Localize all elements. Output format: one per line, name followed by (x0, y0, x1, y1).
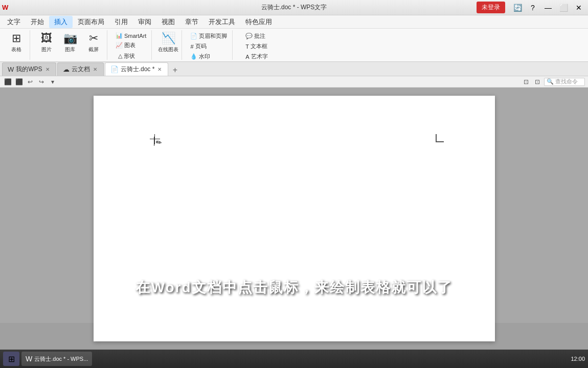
image-btns-row: 🖼 图片 📷 图库 ✂ 截屏 (35, 31, 105, 54)
qt-view-btn[interactable]: ⊡ (522, 77, 531, 86)
maximize-button[interactable]: ⬜ (556, 2, 571, 13)
image-label: 图片 (41, 46, 52, 53)
search-placeholder: 查找命令 (555, 78, 578, 85)
search-icon: 🔍 (547, 78, 554, 85)
watermark-label: 水印 (199, 53, 210, 60)
ribbon-btn-header-footer[interactable]: 📄 页眉和页脚 (187, 31, 230, 41)
tab-doc[interactable]: 📄 云骑士.doc * ✕ (105, 62, 169, 76)
tab-mywps-icon: W (8, 66, 14, 73)
online-chart-label: 在线图表 (158, 46, 178, 53)
shape-label: 形状 (124, 52, 135, 60)
minimize-button[interactable]: — (541, 2, 555, 13)
tab-cloudoc-icon: ☁ (63, 66, 70, 73)
comment-icon: 💬 (245, 33, 253, 39)
ribbon-group-text: 💬 批注 T 文本框 A 艺术字 首 首字下沉 🔢 插入数字 Ω (236, 30, 277, 60)
taskbar-app-wps[interactable]: W 云骑士.doc * - WPS... (21, 352, 92, 366)
ribbon-btn-image[interactable]: 🖼 图片 (35, 31, 58, 54)
ribbon-group-table: ⊞ 表格 (3, 30, 30, 60)
taskbar-app-wps-icon: W (26, 355, 32, 363)
ribbon-btn-textbox[interactable]: T 文本框 (242, 41, 270, 51)
menu-item-zhangjie[interactable]: 章节 (180, 16, 203, 28)
qt-btn-1[interactable]: ⬛ (14, 77, 24, 86)
ribbon-btn-comment[interactable]: 💬 批注 (242, 31, 270, 41)
qt-dropdown[interactable]: ▾ (48, 77, 57, 86)
ribbon-btn-smartart[interactable]: 📊 SmartArt (112, 31, 149, 40)
cursor-container: ✏ (150, 134, 160, 144)
ribbon-group-online-chart: 📉 在线图表 (155, 30, 182, 60)
chart-icon: 📈 (116, 42, 123, 49)
unlogin-button[interactable]: 未登录 (477, 2, 505, 13)
taskbar-app-wps-label: 云骑士.doc * - WPS... (34, 355, 88, 363)
tab-mywps-close[interactable]: ✕ (44, 67, 51, 72)
start-icon: ⊞ (8, 354, 15, 364)
header-footer-icon: 📄 (190, 33, 197, 39)
menu-item-shenyue[interactable]: 审阅 (133, 16, 156, 28)
ribbon-btn-watermark[interactable]: 💧 水印 (187, 52, 230, 61)
qt-btn-undo[interactable]: ↩ (26, 77, 35, 86)
tab-mywps-label: 我的WPS (16, 65, 42, 74)
title-center: 云骑士.doc * - WPS文字 (261, 3, 327, 12)
table-label: 表格 (11, 46, 21, 53)
ribbon-btn-gallery[interactable]: 📷 图库 (59, 31, 81, 54)
help-button[interactable]: ? (526, 2, 540, 13)
table-corner-marker (436, 134, 444, 142)
ribbon-btn-chart[interactable]: 📈 图表 (112, 40, 149, 50)
tab-cloudoc[interactable]: ☁ 云文档 ✕ (57, 62, 104, 76)
text-cursor (154, 137, 154, 146)
ribbon-btn-shape[interactable]: △ 形状 (115, 51, 147, 61)
header-footer-label: 页眉和页脚 (199, 32, 227, 40)
ribbon-btn-arttext[interactable]: A 艺术字 (242, 52, 270, 61)
shape-icon: △ (118, 53, 122, 59)
image-icon: 🖼 (41, 32, 52, 45)
taskbar: ⊞ W 云骑士.doc * - WPS... 12:00 (0, 350, 588, 368)
arttext-icon: A (245, 54, 249, 60)
qt-right: ⊡ ⊡ 🔍 查找命令 (522, 77, 585, 86)
ribbon-btn-screenshot[interactable]: ✂ 截屏 (82, 31, 105, 54)
qt-btn-0[interactable]: ⬛ (3, 77, 12, 86)
tab-add-button[interactable]: + (169, 64, 180, 76)
taskbar-right: 12:00 (571, 356, 585, 362)
subtitle-text: 在Word文档中点击鼠标，来绘制表格就可以了 (135, 278, 452, 297)
wps-logo: W (2, 4, 8, 11)
menu-item-shitu[interactable]: 视图 (156, 16, 180, 28)
ribbon-group-page: 📄 页眉和页脚 # 页码 💧 水印 (185, 30, 233, 60)
tab-doc-close[interactable]: ✕ (156, 67, 163, 72)
cursor-pen-icon: ✏ (155, 138, 163, 147)
ribbon-btn-online-chart[interactable]: 📉 在线图表 (157, 31, 179, 54)
textbox-label: 文本框 (251, 42, 267, 50)
ribbon-group-images: 🖼 图片 📷 图库 ✂ 截屏 (33, 30, 107, 60)
close-button[interactable]: ✕ (572, 2, 586, 13)
app-title: 云骑士.doc * - WPS文字 (261, 4, 327, 11)
tab-mywps[interactable]: W 我的WPS ✕ (2, 62, 56, 76)
ribbon-group-smartart: 📊 SmartArt 📈 图表 △ 形状 🔗 关系图 (110, 30, 152, 60)
menu-item-wenzi[interactable]: 文字 (2, 16, 26, 28)
document-page[interactable]: ✏ (94, 96, 495, 341)
doc-area[interactable]: ✏ 在Word文档中点击鼠标，来绘制表格就可以了 (0, 88, 588, 323)
ribbon: ⊞ 表格 🖼 图片 📷 图库 ✂ 截屏 📊 SmartArt (0, 29, 588, 62)
menu-item-teseyingyong[interactable]: 特色应用 (240, 16, 277, 28)
gallery-label: 图库 (65, 46, 75, 53)
ribbon-btn-table[interactable]: ⊞ 表格 (5, 31, 28, 54)
page-num-icon: # (190, 44, 193, 50)
watermark-icon: 💧 (190, 53, 197, 60)
restore-button[interactable]: 🔄 (510, 2, 525, 13)
page-num-label: 页码 (195, 42, 207, 50)
textbox-icon: T (245, 44, 249, 50)
comment-label: 批注 (254, 32, 265, 40)
menu-item-yinyong[interactable]: 引用 (109, 16, 133, 28)
smartart-icon: 📊 (116, 32, 123, 39)
menu-item-kaifagongju[interactable]: 开发工具 (203, 16, 240, 28)
qt-btn-redo[interactable]: ↪ (37, 77, 46, 86)
tab-cloudoc-close[interactable]: ✕ (92, 67, 98, 72)
ribbon-btn-page-num[interactable]: # 页码 (187, 41, 230, 51)
menu-item-kaishi[interactable]: 开始 (26, 16, 49, 28)
menu-item-yemianbuju[interactable]: 页面布局 (73, 16, 109, 28)
menu-item-charu[interactable]: 插入 (49, 16, 73, 28)
taskbar-start-button[interactable]: ⊞ (3, 352, 19, 366)
arttext-label: 艺术字 (251, 53, 268, 60)
screenshot-label: 截屏 (88, 46, 99, 53)
chart-label: 图表 (124, 41, 135, 49)
qt-view-btn2[interactable]: ⊡ (533, 77, 542, 86)
online-chart-icon: 📉 (162, 32, 175, 45)
search-box[interactable]: 🔍 查找命令 (544, 78, 585, 86)
